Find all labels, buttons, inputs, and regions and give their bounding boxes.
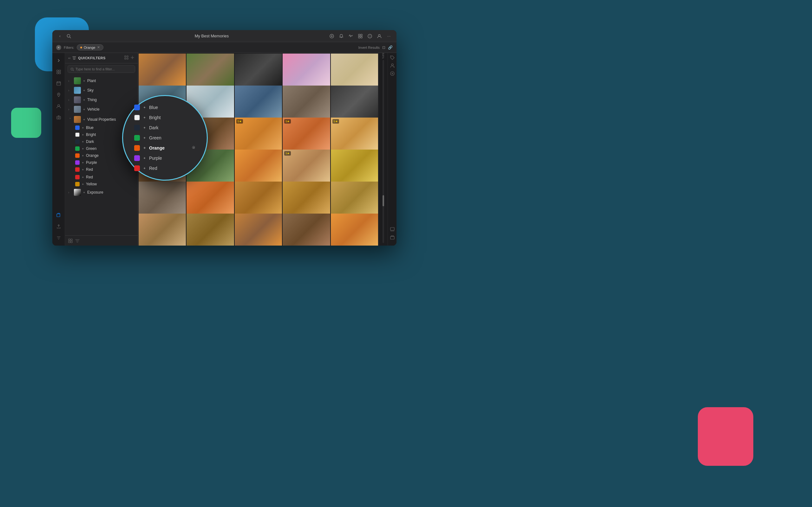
icon-bar-grid[interactable] [54, 67, 64, 77]
search-button[interactable] [66, 33, 72, 39]
exposure-label: Exposure [87, 190, 135, 194]
popup-item-green[interactable]: ✦ Green [131, 133, 199, 143]
panel-bottom-bar [65, 235, 138, 245]
share-icon[interactable]: 🔗 [388, 45, 393, 50]
color-label-red2: Red [86, 175, 93, 179]
invert-results-label[interactable]: Invert Results [358, 46, 380, 49]
sky-label: Sky [87, 88, 135, 93]
svg-point-20 [58, 94, 59, 95]
photo-cell[interactable] [235, 86, 282, 121]
right-add-icon[interactable] [390, 71, 395, 77]
svg-rect-12 [57, 70, 58, 72]
back-button[interactable]: ‹ [57, 33, 63, 39]
invert-icon[interactable]: ⊡ [382, 45, 386, 50]
icon-bar-location[interactable] [54, 90, 64, 100]
activity-button[interactable] [348, 33, 354, 39]
tree-item-sky[interactable]: › ✦ Sky [65, 86, 138, 95]
account-button[interactable] [376, 33, 383, 39]
popup-item-orange[interactable]: ✦ Orange [131, 143, 199, 153]
scrollbar-thumb[interactable] [383, 195, 384, 206]
star-icon: ✦ [83, 118, 85, 121]
color-label-red: Red [86, 167, 93, 172]
star-icon: ✦ [83, 98, 85, 102]
photo-cell[interactable] [235, 150, 282, 185]
icon-bar-collapse[interactable] [54, 55, 64, 66]
right-layout-icon[interactable] [390, 227, 395, 233]
photo-cell[interactable]: 5★ [283, 150, 330, 185]
photo-cell[interactable] [139, 54, 186, 89]
popup-item-red[interactable]: ✦ Red [131, 164, 199, 173]
add-button[interactable] [328, 33, 335, 39]
svg-rect-7 [358, 37, 360, 38]
photo-cell[interactable] [283, 181, 330, 217]
popup-item-purple[interactable]: ✦ Purple [131, 153, 199, 163]
scrollbar-track[interactable] [383, 60, 384, 243]
orange-filter-chip[interactable]: Orange ✕ [77, 44, 103, 50]
photo-cell[interactable] [187, 181, 234, 217]
star-icon: ✦ [82, 176, 84, 179]
panel-icons [124, 55, 135, 60]
photo-cell[interactable] [187, 214, 234, 245]
icon-bar-filter-bottom[interactable] [54, 233, 64, 243]
svg-point-11 [378, 35, 380, 37]
star-icon: ✦ [143, 166, 146, 170]
chevron-icon: › [68, 98, 72, 102]
photo-cell[interactable] [139, 181, 186, 217]
tree-item-yellow[interactable]: ✦ Yellow [65, 181, 138, 187]
photo-cell[interactable] [283, 214, 330, 245]
photo-cell[interactable] [139, 214, 186, 245]
filter-chip-remove[interactable]: ✕ [97, 45, 100, 49]
photo-cell[interactable] [331, 214, 378, 245]
star-icon: ✦ [82, 182, 84, 186]
icon-bar-albums[interactable] [54, 210, 64, 220]
photo-cell[interactable] [283, 54, 330, 89]
panel-filter-icon[interactable] [75, 239, 80, 243]
popup-item-blue[interactable]: ✦ Blue [131, 103, 199, 112]
notification-button[interactable] [338, 33, 345, 39]
photo-cell[interactable]: 5★ [235, 118, 282, 153]
svg-rect-42 [391, 228, 394, 230]
more-button[interactable]: ··· [386, 33, 392, 39]
star-icon: ✦ [82, 140, 84, 144]
tree-item-exposure[interactable]: › ✦ Exposure [65, 187, 138, 197]
photo-cell[interactable] [235, 54, 282, 89]
photo-cell[interactable] [331, 86, 378, 121]
svg-rect-16 [57, 82, 61, 85]
icon-bar-export[interactable] [54, 222, 64, 232]
photo-cell[interactable]: 5★ [283, 118, 330, 153]
filter-close-button[interactable]: ✕ [56, 45, 61, 50]
photo-cell[interactable] [235, 214, 282, 245]
gear-icon[interactable] [192, 146, 196, 151]
photo-cell[interactable] [187, 54, 234, 89]
help-button[interactable]: ? [367, 33, 373, 39]
red-swatch [75, 167, 80, 172]
popup-item-dark[interactable]: ✦ Dark [131, 123, 199, 132]
filter-search-input[interactable] [75, 67, 132, 71]
tree-item-plant[interactable]: › ✦ Plant [65, 76, 138, 86]
popup-item-bright[interactable]: ✦ Bright [131, 113, 199, 122]
icon-bar-camera[interactable] [54, 112, 64, 123]
panel-collapse-button[interactable]: ‹‹ [68, 56, 70, 60]
photo-cell[interactable] [235, 181, 282, 217]
right-stack-icon[interactable] [390, 235, 395, 240]
svg-line-1 [70, 37, 71, 38]
photo-cell[interactable] [331, 54, 378, 89]
filter-bar-right: Invert Results ⊡ 🔗 [358, 45, 393, 50]
layout-button[interactable] [357, 33, 363, 39]
panel-settings-icon[interactable] [131, 55, 135, 60]
icon-bar-calendar[interactable] [54, 78, 64, 89]
icon-bar-person[interactable] [54, 101, 64, 111]
panel-grid-icon[interactable] [68, 239, 72, 243]
right-person-icon[interactable] [390, 63, 395, 69]
right-tag-icon[interactable] [390, 55, 395, 61]
panel-layout-icon[interactable] [124, 55, 129, 60]
popup-orange-label: Orange [149, 146, 189, 151]
photo-cell[interactable]: 5★ [331, 118, 378, 153]
photo-cell[interactable] [283, 86, 330, 121]
popup-purple-label: Purple [149, 156, 196, 161]
svg-point-36 [391, 56, 392, 57]
svg-rect-27 [125, 58, 126, 59]
photo-cell[interactable] [331, 150, 378, 185]
red2-swatch [75, 175, 80, 179]
photo-cell[interactable] [331, 181, 378, 217]
